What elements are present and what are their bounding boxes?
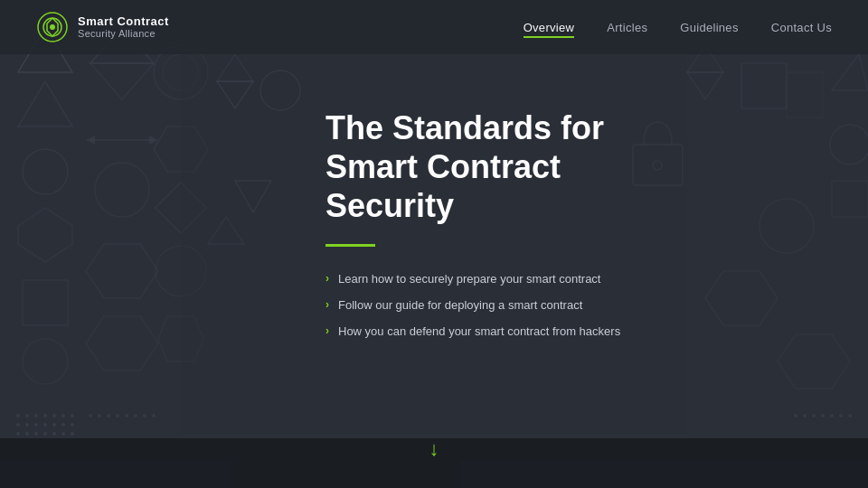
svg-point-78 bbox=[50, 24, 55, 30]
logo-area[interactable]: Smart Contract Security Alliance bbox=[36, 11, 169, 43]
list-item-text-2: Follow our guide for deploying a smart c… bbox=[338, 298, 582, 312]
scroll-down-arrow[interactable]: ↓ bbox=[429, 437, 439, 461]
list-item-text-1: Learn how to securely prepare your smart… bbox=[338, 272, 600, 286]
hero-section: The Standards for Smart Contract Securit… bbox=[0, 54, 868, 488]
logo-name-top: Smart Contract bbox=[78, 14, 169, 29]
nav-link-contact[interactable]: Contact Us bbox=[771, 21, 832, 34]
hero-list: › Learn how to securely prepare your sma… bbox=[326, 272, 868, 338]
list-item: › Follow our guide for deploying a smart… bbox=[326, 298, 868, 312]
logo-text: Smart Contract Security Alliance bbox=[78, 14, 169, 41]
navbar: Smart Contract Security Alliance Overvie… bbox=[0, 0, 868, 54]
nav-link-articles[interactable]: Articles bbox=[607, 21, 647, 34]
nav-item-contact[interactable]: Contact Us bbox=[771, 19, 832, 35]
nav-menu: Overview Articles Guidelines Contact Us bbox=[524, 19, 832, 35]
hero-divider bbox=[326, 244, 375, 247]
logo-name-bottom: Security Alliance bbox=[78, 28, 169, 40]
logo-icon bbox=[36, 11, 69, 43]
hero-title: The Standards for Smart Contract Securit… bbox=[326, 108, 669, 226]
nav-item-overview[interactable]: Overview bbox=[524, 19, 575, 35]
nav-link-overview[interactable]: Overview bbox=[524, 21, 575, 38]
nav-link-guidelines[interactable]: Guidelines bbox=[680, 21, 738, 34]
chevron-icon: › bbox=[326, 324, 329, 337]
nav-item-articles[interactable]: Articles bbox=[607, 19, 647, 35]
list-item: › How you can defend your smart contract… bbox=[326, 324, 868, 338]
nav-item-guidelines[interactable]: Guidelines bbox=[680, 19, 738, 35]
list-item: › Learn how to securely prepare your sma… bbox=[326, 272, 868, 286]
list-item-text-3: How you can defend your smart contract f… bbox=[338, 324, 620, 338]
chevron-icon: › bbox=[326, 298, 329, 311]
chevron-icon: › bbox=[326, 272, 329, 285]
